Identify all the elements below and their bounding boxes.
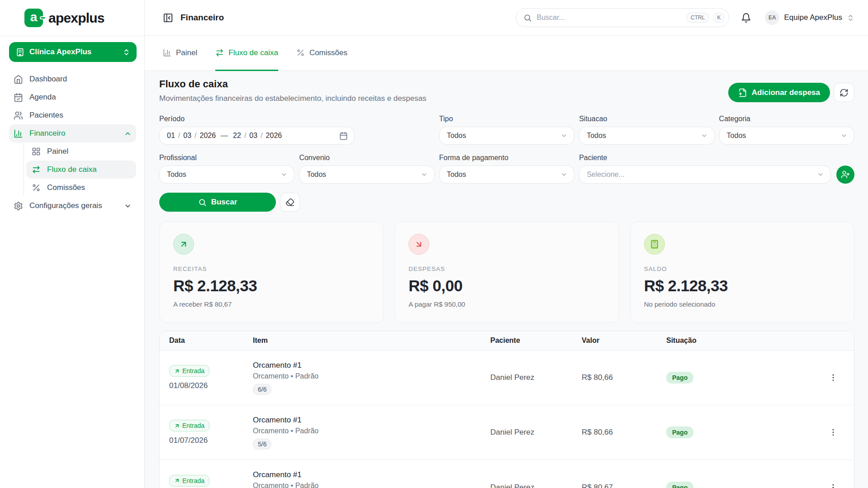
selected-value: Todos [587,132,700,140]
row-date: 01/08/2026 [169,381,253,390]
user-menu[interactable]: EA Equipe ApexPlus [765,10,854,25]
section-title: Fluxo de caixa [159,78,427,90]
arrow-down-right-icon [408,234,429,255]
sidebar-item-configuracoes[interactable]: Configurações gerais [9,197,136,215]
end-day[interactable]: 22 [233,132,241,140]
tab-fluxo-de-caixa[interactable]: Fluxo de caixa [215,36,278,71]
sidebar-item-dashboard[interactable]: Dashboard [9,70,136,88]
chevron-down-icon [560,132,568,139]
refresh-button[interactable] [834,83,854,102]
separator: / [261,132,262,140]
item-subtitle: Orcamento • Padrão [253,427,490,435]
calendar-icon[interactable] [339,132,348,140]
installment-badge: 6/6 [253,384,271,395]
arrow-up-right-icon [174,368,180,374]
tab-bar: Painel Fluxo de caixa Comissões [145,36,868,71]
percent-icon [296,48,305,57]
tab-painel[interactable]: Painel [163,36,197,71]
start-year[interactable]: 2026 [200,132,216,140]
calculator-icon [644,234,665,255]
table-header: Data Item Paciente Valor Situação [160,331,854,351]
categoria-select[interactable]: Todos [719,127,854,145]
sidebar-item-label: Configurações gerais [29,201,118,210]
sidebar-nav: Dashboard Agenda Pacientes Financeiro [0,66,144,215]
sidebar-item-financeiro[interactable]: Financeiro [9,124,136,142]
range-dash: — [221,132,228,140]
sidebar: a apexplus Clínica ApexPlus Dashboard Ag… [0,0,145,488]
row-paciente: Daniel Perez [490,483,582,488]
date-range-input[interactable]: 01 / 03 / 2026 — 22 / 03 / 2026 [159,127,355,145]
item-title: Orcamento #1 [253,361,490,370]
sidebar-item-fluxo-de-caixa[interactable]: Fluxo de caixa [26,161,136,179]
tab-label: Fluxo de caixa [228,48,278,57]
chevron-down-icon [421,171,428,178]
user-name: Equipe ApexPlus [784,13,842,22]
sidebar-item-pacientes[interactable]: Pacientes [9,106,136,124]
top-header: Financeiro CTRL K EA Equipe ApexPlus [145,0,868,36]
panel-left-close-icon [163,13,173,23]
clinic-selector-label: Clínica ApexPlus [29,47,118,57]
notifications-button[interactable] [741,13,751,23]
end-year[interactable]: 2026 [266,132,282,140]
select-placeholder: Selecione... [587,171,817,179]
sidebar-item-label: Financeiro [29,129,118,138]
filter-convenio: Convenio Todos [299,154,434,184]
row-actions-button[interactable] [829,373,838,382]
clear-filters-button[interactable] [280,193,300,212]
add-expense-button[interactable]: Adicionar despesa [728,83,830,102]
start-day[interactable]: 01 [167,132,175,140]
arrow-up-right-icon [174,478,180,483]
card-receitas: RECEITAS R$ 2.128,33 A receber R$ 80,67 [159,222,384,323]
add-patient-button[interactable] [836,166,854,184]
item-subtitle: Orcamento • Padrão [253,372,490,380]
filter-label: Convenio [299,154,434,162]
page-heading: Fluxo de caixa Movimentações financeiras… [159,78,854,103]
buscar-button[interactable]: Buscar [159,193,276,212]
table-row[interactable]: Entrada 01/06/2026 Orcamento #1 Orcament… [160,460,854,488]
sidebar-item-label: Agenda [29,93,56,102]
clinic-selector-button[interactable]: Clínica ApexPlus [9,42,137,62]
chevrons-up-down-icon [123,48,130,56]
transfer-arrows-icon [32,165,41,174]
global-search[interactable]: CTRL K [516,8,729,27]
row-date: 01/07/2026 [169,436,253,445]
end-month[interactable]: 03 [249,132,257,140]
forma-pagamento-select[interactable]: Todos [439,166,574,184]
convenio-select[interactable]: Todos [299,166,434,184]
chevron-down-icon [560,171,568,178]
refresh-icon [840,88,849,97]
situacao-select[interactable]: Todos [579,127,714,145]
table-row[interactable]: Entrada 01/07/2026 Orcamento #1 Orcament… [160,405,854,460]
item-title: Orcamento #1 [253,416,490,425]
col-paciente: Paciente [490,336,582,345]
start-month[interactable]: 03 [183,132,191,140]
entrada-badge: Entrada [169,420,209,431]
profissional-select[interactable]: Todos [159,166,294,184]
filters: Período 01 / 03 / 2026 — 22 / 03 / 2026 [159,115,854,184]
filter-label: Categoria [719,115,854,123]
separator: / [178,132,180,140]
financeiro-submenu: Painel Fluxo de caixa Comissões [18,142,136,197]
sidebar-item-painel[interactable]: Painel [26,142,136,161]
status-badge: Pago [666,482,693,488]
sidebar-item-comissoes[interactable]: Comissões [26,179,136,197]
card-subtitle: A receber R$ 80,67 [173,300,370,308]
sidebar-collapse-button[interactable] [163,13,173,23]
tab-comissoes[interactable]: Comissões [296,36,347,71]
arrow-up-right-icon [174,423,180,429]
sidebar-item-agenda[interactable]: Agenda [9,88,136,106]
row-actions-button[interactable] [829,428,838,437]
table-row[interactable]: Entrada 01/08/2026 Orcamento #1 Orcament… [160,351,854,405]
filter-categoria: Categoria Todos [719,115,854,145]
filter-situacao: Situacao Todos [579,115,714,145]
paciente-select[interactable]: Selecione... [579,166,831,184]
sidebar-item-label: Dashboard [29,75,67,84]
tipo-select[interactable]: Todos [439,127,574,145]
filter-label: Paciente [579,154,854,162]
search-input[interactable] [536,14,682,22]
chevrons-up-down-icon [847,14,854,22]
col-data: Data [169,336,253,345]
logo-dash [40,16,46,19]
selected-value: Todos [447,171,560,179]
row-actions-button[interactable] [829,483,838,488]
